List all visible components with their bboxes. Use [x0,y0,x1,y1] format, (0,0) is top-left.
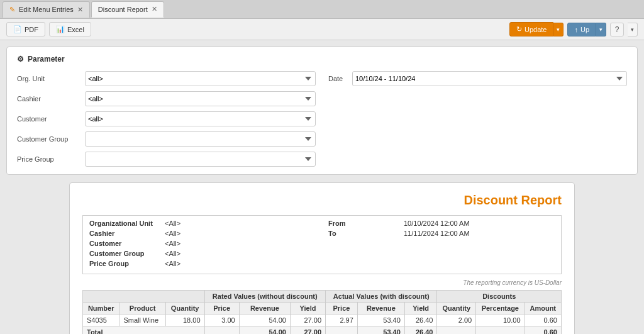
col-number: Number [83,303,119,315]
total-revenue1: 54.00 [239,326,290,335]
customer-group-label: Customer Group [17,135,80,143]
col-disc-qty: Quantity [437,303,476,315]
meta-cashier-key: Cashier [89,230,158,237]
up-btn-group: ↑ Up ▾ [567,23,606,36]
total-yield1: 27.00 [290,326,325,335]
parameter-label: Parameter [28,55,65,64]
col-group-rated: Rated Values (without discount) [204,291,325,303]
up-button[interactable]: ↑ Up [567,23,596,36]
tab-discount-report-label: Discount Report [98,6,148,13]
total-price1 [204,326,239,335]
toolbar-left: 📄 PDF 📊 Excel [6,22,91,36]
tab-bar: ✎ Edit Menu Entries ✕ Discount Report ✕ [0,0,644,19]
cell-yield2: 26.40 [404,315,437,326]
date-label: Date [328,75,347,82]
up-icon: ↑ [574,26,578,33]
col-yield2: Yield [404,303,437,315]
customer-select[interactable]: <all> [85,111,316,126]
col-product: Product [119,303,165,315]
meta-from: From 10/10/2024 12:00 AM [328,220,555,227]
customer-row: Customer <all> [17,111,316,126]
cell-revenue2: 53.40 [357,315,404,326]
report-container: Discount Report Organizational Unit <All… [69,182,575,334]
meta-customer-key: Customer [89,240,158,247]
toolbar-right: ↻ Update ▾ ↑ Up ▾ ? ▾ [509,22,638,36]
meta-customer: Customer <All> [89,240,316,247]
cell-revenue1: 54.00 [239,315,290,326]
meta-customer-group: Customer Group <All> [89,250,316,257]
meta-customer-group-val: <All> [165,250,180,257]
customer-group-row: Customer Group [17,131,316,147]
col-quantity: Quantity [165,303,204,315]
up-dropdown-arrow[interactable]: ▾ [596,23,606,36]
tab-edit-menu-close[interactable]: ✕ [77,6,83,13]
cell-price2: 2.97 [326,315,358,326]
update-dropdown-arrow[interactable]: ▾ [553,23,564,36]
up-label: Up [580,26,589,33]
meta-customer-group-key: Customer Group [89,250,158,257]
table-group-header-row: Rated Values (without discount) Actual V… [83,291,562,303]
cell-disc-pct: 10.00 [476,315,525,326]
meta-customer-val: <All> [165,240,180,247]
total-revenue2: 53.40 [357,326,404,335]
cashier-row: Cashier <all> [17,91,316,106]
tab-discount-report-close[interactable]: ✕ [152,6,157,13]
currency-note: The reporting currency is US-Dollar [82,279,562,286]
tab-edit-menu-label: Edit Menu Entries [19,6,74,13]
total-disc-pct [476,326,525,335]
excel-icon: 📊 [56,25,65,33]
col-group-base [83,291,205,303]
update-label: Update [525,26,547,33]
toolbar: 📄 PDF 📊 Excel ↻ Update ▾ ↑ Up ▾ ? ▾ [0,19,644,40]
meta-price-group-val: <All> [165,260,180,267]
param-col-right: Date 10/10/24 - 11/10/24 [328,71,627,167]
edit-menu-icon: ✎ [9,6,15,14]
meta-from-key: From [328,220,397,227]
parameter-section: ⚙ Parameter Org. Unit <all> Cashier <all… [6,47,638,175]
price-group-label: Price Group [17,155,80,163]
org-unit-row: Org. Unit <all> [17,71,316,86]
meta-right: From 10/10/2024 12:00 AM To 11/11/2024 1… [322,216,561,274]
org-unit-select[interactable]: <all> [85,71,316,86]
table-row: S4035 Small Wine 18.00 3.00 54.00 27.00 … [83,315,562,326]
excel-label: Excel [67,26,84,33]
tab-discount-report[interactable]: Discount Report ✕ [91,1,164,18]
pdf-label: PDF [25,26,38,33]
col-group-actual: Actual Values (with discount) [326,291,437,303]
date-select[interactable]: 10/10/24 - 11/10/24 [352,71,627,86]
update-button[interactable]: ↻ Update [509,22,553,36]
help-dropdown-arrow[interactable]: ▾ [628,23,638,36]
meta-price-group-key: Price Group [89,260,158,267]
report-table: Rated Values (without discount) Actual V… [82,290,562,334]
meta-org-unit: Organizational Unit <All> [89,220,316,227]
cell-price1: 3.00 [204,315,239,326]
excel-button[interactable]: 📊 Excel [49,22,91,36]
meta-to-val: 11/11/2024 12:00 AM [404,230,470,237]
pdf-button[interactable]: 📄 PDF [6,22,45,36]
meta-price-group: Price Group <All> [89,260,316,267]
customer-group-select[interactable] [85,131,316,147]
col-disc-pct: Percentage [476,303,525,315]
cell-quantity: 18.00 [165,315,204,326]
price-group-select[interactable] [85,152,316,167]
cashier-select[interactable]: <all> [85,91,316,106]
col-disc-amt: Amount [525,303,561,315]
cell-product: Small Wine [119,315,165,326]
cell-yield1: 27.00 [290,315,325,326]
col-yield1: Yield [290,303,325,315]
cell-number: S4035 [83,315,119,326]
meta-cashier: Cashier <All> [89,230,316,237]
param-col-left: Org. Unit <all> Cashier <all> Customer <… [17,71,316,167]
tab-edit-menu[interactable]: ✎ Edit Menu Entries ✕ [3,1,90,18]
help-button[interactable]: ? [610,23,624,36]
meta-from-val: 10/10/2024 12:00 AM [404,220,470,227]
col-price1: Price [204,303,239,315]
cell-disc-qty: 2.00 [437,315,476,326]
report-meta: Organizational Unit <All> Cashier <All> … [82,215,562,274]
meta-org-unit-val: <All> [165,220,180,227]
total-yield2: 26.40 [404,326,437,335]
meta-left: Organizational Unit <All> Cashier <All> … [83,216,322,274]
update-btn-group: ↻ Update ▾ [509,22,564,36]
main-content: ⚙ Parameter Org. Unit <all> Cashier <all… [0,40,644,334]
total-disc-qty [437,326,476,335]
